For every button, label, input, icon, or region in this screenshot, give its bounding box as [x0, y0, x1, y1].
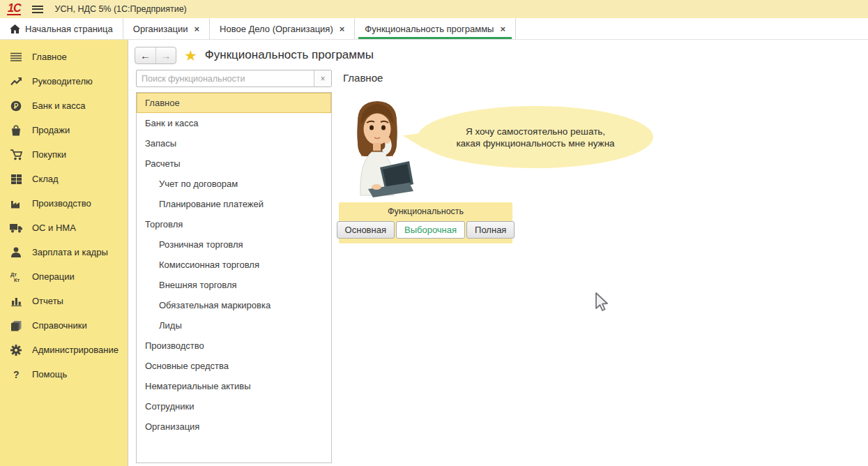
sidebar-item-label: Покупки [32, 149, 66, 160]
sidebar-item[interactable]: Администрирование [0, 338, 128, 362]
list-item[interactable]: Комиссионная торговля [137, 255, 331, 275]
sidebar: Главное Руководителю Банк и касса Продаж… [0, 40, 128, 466]
history-nav: ← → [135, 47, 176, 64]
tab-label: Начальная страница [25, 24, 113, 34]
sidebar-item-label: Администрирование [32, 345, 119, 355]
gear-icon [9, 345, 23, 356]
search-input[interactable] [137, 74, 314, 84]
list-item[interactable]: Розничная торговля [137, 234, 331, 255]
sidebar-item[interactable]: Банк и касса [0, 93, 128, 118]
chart-icon [9, 296, 23, 306]
functionality-option-button[interactable]: Полная [466, 221, 515, 239]
search-clear-icon[interactable]: × [314, 70, 331, 87]
section-title: Главное [343, 72, 868, 84]
sidebar-item-label: ОС и НМА [32, 223, 76, 233]
tab-label: Организации [133, 24, 188, 34]
list-item[interactable]: Организация [137, 416, 331, 437]
search-box: × [136, 70, 332, 87]
close-icon[interactable]: × [194, 24, 199, 33]
sidebar-item[interactable]: Продажи [0, 118, 128, 142]
sidebar-item[interactable]: Покупки [0, 142, 128, 167]
list-item[interactable]: Лиды [137, 315, 331, 336]
tab[interactable]: Начальная страница × [0, 18, 123, 39]
sidebar-item[interactable]: ? Помощь [0, 362, 128, 386]
list-item[interactable]: Главное [137, 93, 331, 113]
list-item[interactable]: Торговля [137, 214, 331, 234]
sidebar-item-label: Продажи [32, 125, 70, 135]
list-item[interactable]: Запасы [137, 133, 331, 153]
list-item[interactable]: Учет по договорам [137, 174, 331, 194]
list-item[interactable]: Банк и касса [137, 113, 331, 133]
window-title: УСН, НДС 5% (1С:Предприятие) [54, 4, 186, 14]
back-button[interactable]: ← [135, 47, 155, 63]
sidebar-item[interactable]: Склад [0, 167, 128, 191]
ruble-icon [9, 100, 23, 112]
tab[interactable]: Функциональность программы × [355, 18, 516, 39]
sidebar-item[interactable]: Производство [0, 191, 128, 216]
functionality-panel: Функциональность Основная Выборочная Пол… [339, 202, 512, 243]
1c-logo: 1С [7, 3, 21, 16]
trend-icon [9, 77, 23, 86]
menu-icon [9, 52, 23, 61]
list-item[interactable]: Нематериальные активы [137, 376, 331, 396]
sidebar-item-label: Банк и касса [32, 100, 86, 111]
speech-bubble-text: какая функциональность мне нужна [456, 137, 614, 149]
sidebar-item-label: Помощь [32, 369, 67, 379]
question-icon: ? [9, 369, 23, 379]
main-menu-icon[interactable] [32, 6, 43, 13]
sidebar-item[interactable]: Руководителю [0, 69, 128, 93]
sidebar-item-label: Операции [32, 271, 75, 282]
bag-icon [9, 125, 23, 136]
sidebar-item-label: Отчеты [32, 296, 63, 306]
list-item[interactable]: Основные средства [137, 356, 331, 376]
list-item[interactable]: Обязательная маркировка [137, 295, 331, 315]
sidebar-item[interactable]: Справочники [0, 313, 128, 338]
sidebar-item[interactable]: ДтКт Операции [0, 264, 128, 289]
main-content: ← → ★ Функциональность программы × Главн… [128, 40, 868, 466]
speech-bubble: Я хочу самостоятельно решать, какая функ… [418, 106, 653, 168]
functionality-section-list: Главное Банк и касса Запасы Расчеты Учет… [136, 92, 332, 463]
sidebar-item-label: Склад [32, 174, 59, 184]
sidebar-item-label: Зарплата и кадры [32, 247, 108, 257]
forward-button[interactable]: → [155, 47, 176, 63]
section-content: Главное [332, 68, 868, 243]
assistant-avatar [340, 98, 414, 199]
svg-text:Кт: Кт [14, 277, 20, 283]
sidebar-item[interactable]: Главное [0, 45, 128, 69]
tab-bar: Начальная страница × Организации × Новое… [0, 18, 868, 40]
cart-icon [9, 149, 23, 160]
window-titlebar: 1С УСН, НДС 5% (1С:Предприятие) [0, 0, 868, 18]
functionality-options: Основная Выборочная Полная [342, 221, 510, 239]
sidebar-item[interactable]: Зарплата и кадры [0, 240, 128, 264]
favorite-star-icon[interactable]: ★ [184, 48, 197, 63]
books-icon [9, 320, 23, 331]
tab[interactable]: Организации × [123, 18, 210, 39]
truck-icon [9, 223, 23, 233]
functionality-option-button[interactable]: Основная [337, 221, 395, 239]
functionality-nav-column: × Главное Банк и касса Запасы Расчеты Уч… [136, 68, 332, 463]
svg-text:?: ? [13, 369, 20, 379]
sidebar-item[interactable]: Отчеты [0, 289, 128, 313]
tab[interactable]: Новое Дело (Организация) × [210, 18, 355, 39]
tab-label: Функциональность программы [365, 24, 494, 34]
list-item[interactable]: Производство [137, 336, 331, 356]
list-item[interactable]: Внешняя торговля [137, 275, 331, 295]
functionality-option-button[interactable]: Выборочная [396, 221, 465, 239]
grid-icon [9, 174, 23, 184]
factory-icon [9, 199, 23, 209]
speech-bubble-text: Я хочу самостоятельно решать, [466, 126, 605, 137]
sidebar-item-label: Справочники [32, 320, 87, 331]
tab-label: Новое Дело (Организация) [220, 24, 333, 34]
list-item[interactable]: Планирование платежей [137, 194, 331, 214]
page-title: Функциональность программы [205, 48, 374, 62]
assistant-illustration-row: Я хочу самостоятельно решать, какая функ… [343, 98, 868, 201]
sidebar-item[interactable]: ОС и НМА [0, 216, 128, 240]
functionality-panel-title: Функциональность [342, 206, 510, 216]
sidebar-item-label: Главное [32, 52, 67, 62]
list-item[interactable]: Расчеты [137, 153, 331, 174]
close-icon[interactable]: × [340, 24, 345, 33]
list-item[interactable]: Сотрудники [137, 396, 331, 416]
close-icon[interactable]: × [500, 24, 505, 33]
sidebar-item-label: Руководителю [32, 76, 93, 87]
home-icon [10, 24, 20, 33]
